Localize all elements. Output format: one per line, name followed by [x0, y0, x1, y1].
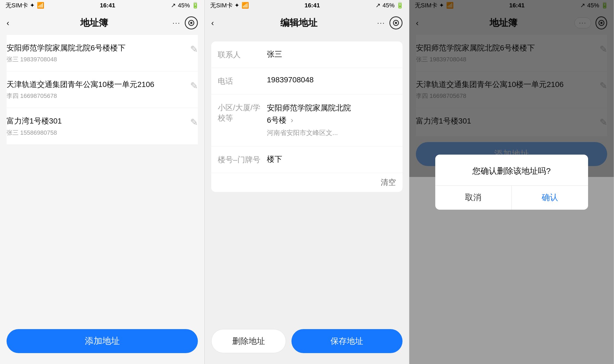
- address-main-3: 富力湾1号楼301: [7, 116, 186, 126]
- status-left-1: 无SIM卡 ✦ 📶: [5, 1, 44, 10]
- dialog-cancel-button[interactable]: 取消: [435, 186, 512, 210]
- signal-icon-2: ↗: [375, 2, 380, 9]
- nav-title-1: 地址簿: [23, 17, 165, 29]
- sim-label-2: 无SIM卡 ✦: [210, 1, 239, 10]
- time-1: 16:41: [100, 2, 115, 9]
- panel-address-book: 无SIM卡 ✦ 📶 16:41 ↗ 45% 🔋 ‹ 地址簿 ··· 安阳师范学院…: [0, 0, 205, 364]
- address-content-1: 安阳师范学院家属院北院6号楼楼下 张三 19839708048: [7, 43, 186, 64]
- scan-icon-2: [393, 20, 399, 26]
- dialog-buttons: 取消 确认: [435, 185, 588, 210]
- sim-label-1: 无SIM卡 ✦: [5, 1, 35, 10]
- edit-icon-2[interactable]: ✎: [186, 80, 198, 91]
- delete-address-button[interactable]: 删除地址: [211, 329, 286, 353]
- more-button-1[interactable]: ···: [172, 19, 180, 27]
- value-phone: 19839708048: [267, 76, 396, 84]
- wifi-icon-2: 📶: [242, 2, 249, 9]
- nav-actions-2: ···: [370, 16, 403, 29]
- time-2: 16:41: [305, 2, 320, 9]
- address-main-2: 天津轨道交通集团青年公寓10楼一单元2106: [7, 79, 186, 90]
- value-contact: 张三: [267, 49, 396, 59]
- battery-1: 45% 🔋: [178, 2, 199, 9]
- form-row-contact[interactable]: 联系人 张三: [211, 41, 403, 68]
- nav-bar-2: ‹ 编辑地址 ···: [205, 11, 409, 35]
- location-line2: 6号楼: [267, 116, 287, 124]
- scan-button-2[interactable]: [389, 16, 403, 29]
- status-right-2: ↗ 45% 🔋: [375, 2, 404, 9]
- nav-bar-1: ‹ 地址簿 ···: [0, 11, 204, 35]
- value-unit: 楼下: [267, 154, 396, 164]
- status-bar-1: 无SIM卡 ✦ 📶 16:41 ↗ 45% 🔋: [0, 0, 204, 11]
- wifi-icon-1: 📶: [37, 2, 44, 9]
- clear-button[interactable]: 清空: [211, 173, 403, 192]
- bottom-area-1: 添加地址: [0, 324, 204, 364]
- battery-2: 45% 🔋: [383, 2, 404, 9]
- form-card: 联系人 张三 电话 19839708048 小区/大厦/学校等 安阳师范学院家属…: [211, 41, 403, 192]
- dialog-title: 您确认删除该地址吗?: [435, 155, 588, 185]
- edit-form-area: 联系人 张三 电话 19839708048 小区/大厦/学校等 安阳师范学院家属…: [205, 35, 409, 324]
- nav-actions-1: ···: [165, 16, 198, 29]
- edit-icon-3[interactable]: ✎: [186, 117, 198, 128]
- form-row-phone[interactable]: 电话 19839708048: [211, 68, 403, 94]
- value-location: 安阳师范学院家属院北院 6号楼 › 河南省安阳市文峰区文...: [267, 102, 396, 139]
- form-row-unit[interactable]: 楼号–门牌号 楼下: [211, 146, 403, 173]
- back-button-2[interactable]: ‹: [211, 18, 228, 28]
- panel-edit-address: 无SIM卡 ✦ 📶 16:41 ↗ 45% 🔋 ‹ 编辑地址 ··· 联系人 张…: [205, 0, 409, 364]
- delete-dialog: 您确认删除该地址吗? 取消 确认: [435, 155, 588, 210]
- status-bar-2: 无SIM卡 ✦ 📶 16:41 ↗ 45% 🔋: [205, 0, 409, 11]
- back-button-1[interactable]: ‹: [7, 18, 23, 28]
- label-unit: 楼号–门牌号: [218, 154, 267, 165]
- edit-icon-1[interactable]: ✎: [186, 44, 198, 55]
- signal-icon-1: ↗: [171, 2, 176, 9]
- label-contact: 联系人: [218, 49, 267, 60]
- add-address-button-1[interactable]: 添加地址: [7, 329, 198, 353]
- address-main-1: 安阳师范学院家属院北院6号楼楼下: [7, 43, 186, 53]
- address-item-1[interactable]: 安阳师范学院家属院北院6号楼楼下 张三 19839708048 ✎: [7, 35, 198, 71]
- label-phone: 电话: [218, 76, 267, 86]
- delete-dialog-overlay: 您确认删除该地址吗? 取消 确认: [409, 0, 614, 364]
- more-button-2[interactable]: ···: [377, 19, 385, 27]
- address-sub-2: 李四 16698705678: [7, 92, 186, 100]
- label-location: 小区/大厦/学校等: [218, 102, 267, 123]
- scan-icon-1: [188, 20, 194, 26]
- location-line3: 河南省安阳市文峰区文...: [267, 129, 338, 136]
- status-left-2: 无SIM卡 ✦ 📶: [210, 1, 249, 10]
- status-right-1: ↗ 45% 🔋: [171, 2, 199, 9]
- address-list-1: 安阳师范学院家属院北院6号楼楼下 张三 19839708048 ✎ 天津轨道交通…: [0, 35, 204, 324]
- address-sub-3: 张三 15586980758: [7, 129, 186, 137]
- location-line1: 安阳师范学院家属院北院: [267, 104, 351, 112]
- address-content-2: 天津轨道交通集团青年公寓10楼一单元2106 李四 16698705678: [7, 79, 186, 100]
- save-address-button[interactable]: 保存地址: [291, 329, 403, 353]
- dialog-confirm-button[interactable]: 确认: [512, 186, 588, 210]
- nav-title-2: 编辑地址: [228, 17, 370, 29]
- panel-address-book-dialog: 无SIM卡 ✦ 📶 16:41 ↗ 45% 🔋 ‹ 地址簿 ···: [409, 0, 614, 364]
- scan-button-1[interactable]: [185, 16, 198, 29]
- address-item-2[interactable]: 天津轨道交通集团青年公寓10楼一单元2106 李四 16698705678 ✎: [7, 71, 198, 108]
- address-content-3: 富力湾1号楼301 张三 15586980758: [7, 116, 186, 137]
- address-sub-1: 张三 19839708048: [7, 55, 186, 64]
- edit-bottom: 删除地址 保存地址: [205, 324, 409, 364]
- location-arrow-icon: ›: [291, 116, 293, 124]
- form-row-location[interactable]: 小区/大厦/学校等 安阳师范学院家属院北院 6号楼 › 河南省安阳市文峰区文..…: [211, 94, 403, 146]
- address-item-3[interactable]: 富力湾1号楼301 张三 15586980758 ✎: [7, 108, 198, 145]
